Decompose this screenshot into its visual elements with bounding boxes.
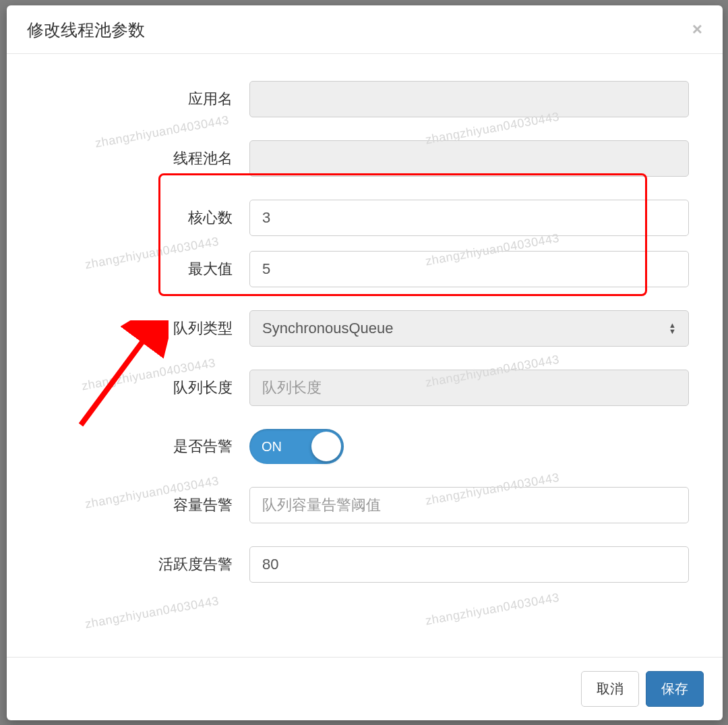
toggle-state-label: ON xyxy=(262,439,282,455)
watermark: zhangzhiyuan04030443 xyxy=(425,591,561,629)
modal-footer: 取消 保存 xyxy=(7,657,723,720)
capacity-alert-input[interactable] xyxy=(249,487,689,523)
max-value-label: 最大值 xyxy=(7,259,249,279)
modal-title: 修改线程池参数 xyxy=(27,19,145,41)
modal-header: 修改线程池参数 × xyxy=(7,5,723,54)
cancel-button[interactable]: 取消 xyxy=(581,671,639,707)
queue-type-value: SynchronousQueue xyxy=(262,320,393,337)
capacity-alert-label: 容量告警 xyxy=(7,495,249,515)
queue-length-input xyxy=(249,370,689,406)
save-button[interactable]: 保存 xyxy=(646,671,704,707)
watermark: zhangzhiyuan04030443 xyxy=(84,594,220,632)
app-name-label: 应用名 xyxy=(7,89,249,109)
queue-type-select[interactable]: SynchronousQueue ▲▼ xyxy=(249,310,689,347)
core-count-input[interactable] xyxy=(249,200,689,236)
pool-name-label: 线程池名 xyxy=(7,148,249,169)
modal-dialog: 修改线程池参数 × zhangzhiyuan04030443 zhangzhiy… xyxy=(7,5,723,720)
queue-length-label: 队列长度 xyxy=(7,378,249,398)
queue-type-label: 队列类型 xyxy=(7,318,249,339)
core-count-label: 核心数 xyxy=(7,208,249,228)
toggle-knob xyxy=(311,432,341,461)
modal-body: zhangzhiyuan04030443 zhangzhiyuan0403044… xyxy=(7,54,723,657)
alert-enabled-label: 是否告警 xyxy=(7,436,249,457)
max-value-input[interactable] xyxy=(249,251,689,287)
app-name-field xyxy=(249,81,689,117)
chevron-updown-icon: ▲▼ xyxy=(669,322,676,335)
alert-toggle[interactable]: ON xyxy=(249,429,344,464)
activity-alert-input[interactable] xyxy=(249,546,689,583)
activity-alert-label: 活跃度告警 xyxy=(7,554,249,575)
pool-name-field xyxy=(249,140,689,177)
close-icon[interactable]: × xyxy=(692,20,702,38)
